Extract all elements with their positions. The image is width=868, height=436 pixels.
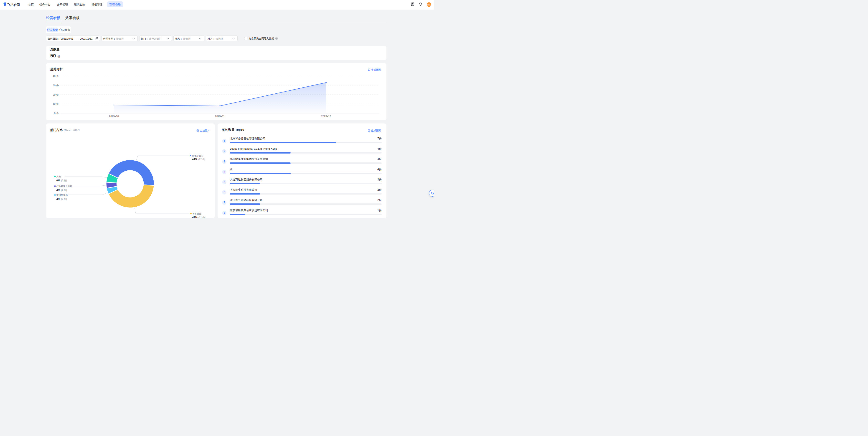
svg-text:20 份: 20 份 xyxy=(53,93,59,96)
svg-text:2023–11: 2023–11 xyxy=(215,115,225,118)
svg-text:2023–10: 2023–10 xyxy=(109,115,119,118)
svg-text:0 份: 0 份 xyxy=(54,112,59,115)
svg-text:10 份: 10 份 xyxy=(53,103,59,105)
svg-text:40 份: 40 份 xyxy=(53,75,59,78)
svg-text:2023–12: 2023–12 xyxy=(321,115,331,118)
svg-text:30 份: 30 份 xyxy=(53,84,59,87)
